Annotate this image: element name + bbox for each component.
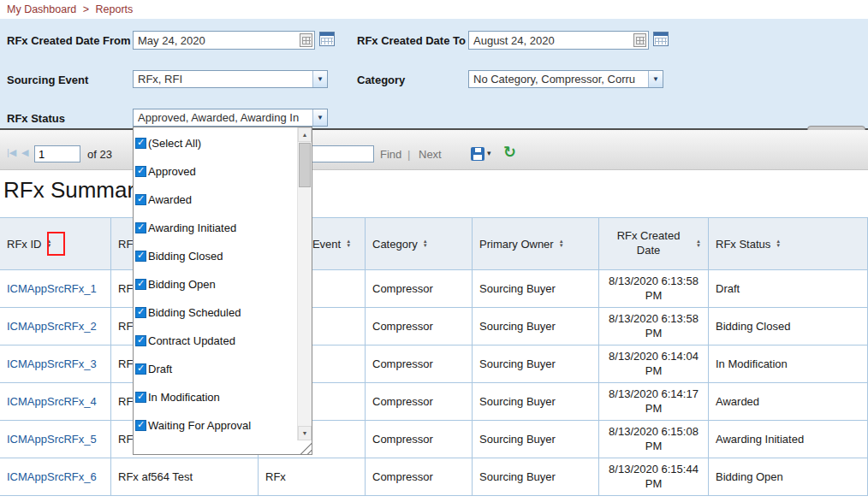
column-header-label: RFx Status xyxy=(716,238,770,251)
dropdown-scrollbar[interactable]: ▲ ▼ xyxy=(297,127,312,440)
checkbox-checked-icon[interactable] xyxy=(135,307,146,318)
checkbox-checked-icon[interactable] xyxy=(135,251,146,262)
status-option[interactable]: Awarding Initiated xyxy=(134,214,296,242)
table-cell: Bidding Closed xyxy=(709,308,868,345)
column-header[interactable]: Category ▲▼ xyxy=(366,218,473,269)
table-cell[interactable]: ICMAppSrcRFx_1 xyxy=(0,270,111,307)
scroll-down-icon[interactable]: ▼ xyxy=(298,426,312,440)
find-button[interactable]: Find xyxy=(380,148,401,161)
sort-icon[interactable]: ▲▼ xyxy=(423,239,428,249)
sort-icon[interactable]: ▲▼ xyxy=(559,239,564,249)
cell-text: Bidding Closed xyxy=(716,320,790,333)
rfx-summary-table: RFx ID ▲▼ RFx Name ▲▼ Sourcing Event ▲▼ … xyxy=(0,217,868,496)
rfx-id-link[interactable]: ICMAppSrcRFx_6 xyxy=(7,470,97,483)
date-from-picker-icon[interactable] xyxy=(300,33,312,47)
rfx-id-link[interactable]: ICMAppSrcRFx_4 xyxy=(7,395,97,408)
status-option-label: Contract Updated xyxy=(148,334,235,347)
date-to-picker-icon[interactable] xyxy=(633,33,646,47)
status-option-label: Awarded xyxy=(148,193,192,206)
status-option-label: Draft xyxy=(148,363,172,375)
cell-text: Sourcing Buyer xyxy=(479,395,556,408)
column-header-label: RFx Created Date xyxy=(606,229,691,258)
chevron-down-icon[interactable]: ▼ xyxy=(312,71,327,87)
table-cell: Awarding Initiated xyxy=(709,421,868,458)
page-count-label: of 23 xyxy=(87,148,112,161)
status-option[interactable]: Bidding Scheduled xyxy=(134,298,296,327)
checkbox-checked-icon[interactable] xyxy=(135,392,146,403)
rfx-id-link[interactable]: ICMAppSrcRFx_3 xyxy=(7,357,97,370)
first-page-icon[interactable]: |◀ xyxy=(7,147,16,158)
sort-icon[interactable]: ▲▼ xyxy=(346,239,351,249)
status-option[interactable]: Draft xyxy=(134,355,296,383)
checkbox-checked-icon[interactable] xyxy=(135,222,146,233)
table-cell: Compressor xyxy=(366,421,473,458)
cell-text: RFx xyxy=(265,470,286,483)
table-cell: In Modification xyxy=(709,345,868,382)
scroll-up-icon[interactable]: ▲ xyxy=(298,127,312,142)
table-cell[interactable]: ICMAppSrcRFx_5 xyxy=(0,421,111,458)
status-option-label: Bidding Closed xyxy=(148,250,223,263)
resize-grip-icon[interactable] xyxy=(298,440,312,454)
page-number-input[interactable] xyxy=(34,145,80,162)
table-cell: 8/13/2020 6:13:58 PM xyxy=(599,308,709,345)
rfx-status-select[interactable]: Approved, Awarded, Awarding In ▼ xyxy=(133,109,328,127)
refresh-icon[interactable]: ↻ xyxy=(503,143,516,162)
sourcing-event-label: Sourcing Event xyxy=(7,74,88,86)
table-header-row: RFx ID ▲▼ RFx Name ▲▼ Sourcing Event ▲▼ … xyxy=(0,217,868,270)
sort-icon[interactable]: ▲▼ xyxy=(696,239,701,249)
breadcrumb-reports[interactable]: Reports xyxy=(96,3,134,15)
previous-page-icon[interactable]: ◀ xyxy=(21,147,28,158)
checkbox-checked-icon[interactable] xyxy=(135,138,146,149)
table-row: ICMAppSrcRFx_5RFxRFxCompressorSourcing B… xyxy=(0,421,868,458)
cell-text: Compressor xyxy=(372,433,433,446)
column-header[interactable]: Primary Owner ▲▼ xyxy=(473,218,599,269)
checkbox-checked-icon[interactable] xyxy=(135,194,146,205)
rfx-id-link[interactable]: ICMAppSrcRFx_5 xyxy=(7,433,97,446)
table-cell[interactable]: ICMAppSrcRFx_2 xyxy=(0,308,111,345)
date-to-input[interactable] xyxy=(468,31,649,50)
breadcrumb-my-dashboard[interactable]: My Dashboard xyxy=(7,3,76,15)
cell-text: Compressor xyxy=(372,395,433,408)
date-to-calendar-icon[interactable] xyxy=(653,32,669,46)
report-viewer-page: My Dashboard > Reports RFx Created Date … xyxy=(0,0,868,502)
table-cell: Awarded xyxy=(709,383,868,420)
next-button[interactable]: Next xyxy=(419,148,442,161)
scrollbar-thumb[interactable] xyxy=(299,143,311,187)
table-cell[interactable]: ICMAppSrcRFx_6 xyxy=(0,458,111,495)
checkbox-checked-icon[interactable] xyxy=(135,420,146,431)
checkbox-checked-icon[interactable] xyxy=(135,279,146,290)
status-option-label: Bidding Scheduled xyxy=(148,306,241,319)
sort-icon[interactable]: ▲▼ xyxy=(776,239,781,249)
date-from-input[interactable] xyxy=(133,31,315,50)
category-label: Category xyxy=(357,74,405,86)
breadcrumb-separator: > xyxy=(83,3,89,15)
column-header[interactable]: RFx Status ▲▼ xyxy=(709,218,868,269)
date-to-label: RFx Created Date To xyxy=(357,34,466,47)
table-cell: 8/13/2020 6:14:04 PM xyxy=(599,345,709,382)
export-icon[interactable] xyxy=(471,147,485,161)
table-cell[interactable]: ICMAppSrcRFx_4 xyxy=(0,383,111,420)
chevron-down-icon[interactable]: ▼ xyxy=(648,71,663,87)
status-option[interactable]: Approved xyxy=(134,157,296,186)
checkbox-checked-icon[interactable] xyxy=(135,335,146,346)
status-option[interactable]: (Select All) xyxy=(134,129,296,157)
table-cell[interactable]: ICMAppSrcRFx_3 xyxy=(0,345,111,382)
rfx-id-link[interactable]: ICMAppSrcRFx_1 xyxy=(7,282,97,295)
category-select[interactable]: No Category, Compressor, Corru ▼ xyxy=(468,70,663,88)
status-option[interactable]: Contract Updated xyxy=(134,327,296,355)
status-option[interactable]: Bidding Closed xyxy=(134,242,296,270)
status-option[interactable]: Waiting For Approval xyxy=(134,411,296,440)
export-caret-icon[interactable]: ▾ xyxy=(487,149,491,157)
date-from-label: RFx Created Date From xyxy=(7,34,130,47)
checkbox-checked-icon[interactable] xyxy=(135,363,146,375)
status-option[interactable]: Bidding Open xyxy=(134,270,296,298)
date-from-calendar-icon[interactable] xyxy=(319,32,335,46)
table-body: ICMAppSrcRFx_1RFxRFxCompressorSourcing B… xyxy=(0,270,868,496)
column-header[interactable]: RFx Created Date ▲▼ xyxy=(599,218,709,269)
checkbox-checked-icon[interactable] xyxy=(135,166,146,177)
rfx-id-link[interactable]: ICMAppSrcRFx_2 xyxy=(7,320,97,333)
sourcing-event-select[interactable]: RFx, RFI ▼ xyxy=(133,70,328,88)
status-option[interactable]: Awarded xyxy=(134,186,296,214)
chevron-down-icon[interactable]: ▼ xyxy=(312,109,327,126)
status-option[interactable]: In Modification xyxy=(134,383,296,411)
